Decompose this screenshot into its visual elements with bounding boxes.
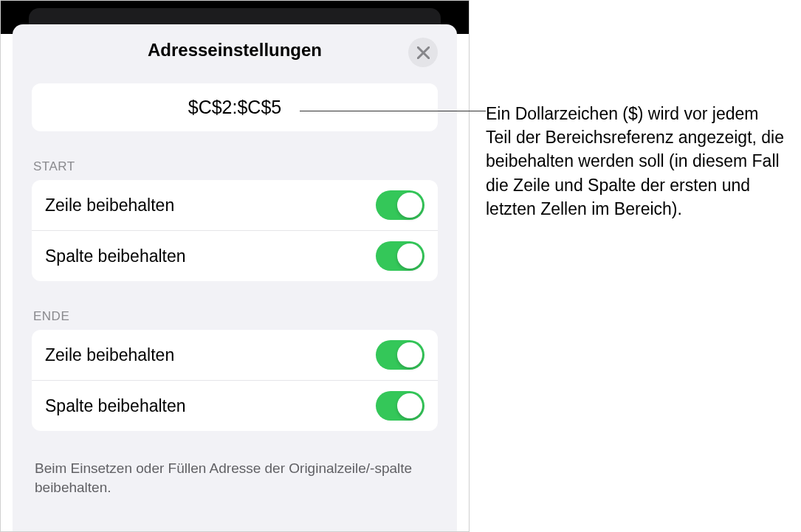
toggle-knob xyxy=(397,393,422,418)
row-label: Zeile beibehalten xyxy=(45,345,174,365)
toggle-knob xyxy=(397,342,422,367)
toggle-start-column[interactable] xyxy=(376,241,424,271)
section-label-end: ENDE xyxy=(33,309,438,324)
settings-panel-area: Adresseinstellungen $C$2:$C$5 START Zeil… xyxy=(0,0,470,532)
annotation-area: Ein Dollarzeichen ($) wird vor jedem Tei… xyxy=(470,0,801,532)
row-label: Spalte beibehalten xyxy=(45,246,186,266)
section-label-start: START xyxy=(33,159,438,174)
row-label: Zeile beibehalten xyxy=(45,196,174,215)
toggle-knob xyxy=(397,243,422,269)
toggle-knob xyxy=(397,193,422,218)
toggle-end-column[interactable] xyxy=(376,391,424,421)
callout-line xyxy=(300,111,486,111)
close-icon xyxy=(417,46,430,59)
sheet-header: Adresseinstellungen xyxy=(32,24,438,76)
row-end-spalte: Spalte beibehalten xyxy=(32,380,438,431)
toggle-end-row[interactable] xyxy=(376,340,424,370)
group-end: Zeile beibehalten Spalte beibehalten xyxy=(32,330,438,431)
footer-text: Beim Einsetzen oder Füllen Adresse der O… xyxy=(35,459,438,497)
formula-text: $C$2:$C$5 xyxy=(188,97,281,118)
sheet-title: Adresseinstellungen xyxy=(148,40,322,61)
row-start-spalte: Spalte beibehalten xyxy=(32,230,438,281)
group-start: Zeile beibehalten Spalte beibehalten xyxy=(32,180,438,281)
row-start-zeile: Zeile beibehalten xyxy=(32,180,438,230)
annotation-text: Ein Dollarzeichen ($) wird vor jedem Tei… xyxy=(486,102,786,221)
toggle-start-row[interactable] xyxy=(376,190,424,220)
row-label: Spalte beibehalten xyxy=(45,396,186,416)
close-button[interactable] xyxy=(408,38,438,67)
row-end-zeile: Zeile beibehalten xyxy=(32,330,438,380)
formula-display: $C$2:$C$5 xyxy=(32,83,438,131)
settings-sheet: Adresseinstellungen $C$2:$C$5 START Zeil… xyxy=(13,24,457,531)
